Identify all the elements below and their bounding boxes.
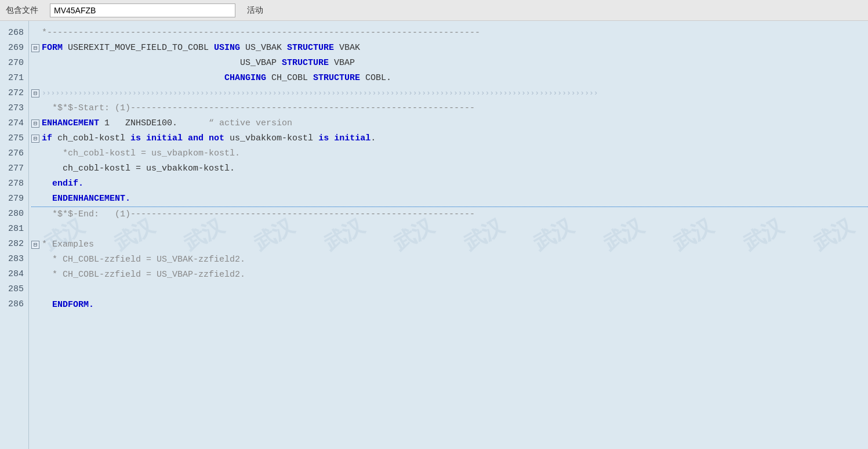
keyword-endform: ENDFORM. — [42, 298, 94, 313]
keyword-endif: endif. — [42, 176, 83, 191]
table-row — [31, 283, 868, 298]
keyword-is: is initial — [130, 131, 183, 146]
code-text: ch_cobl-kostl — [52, 131, 130, 146]
code-text: US_VBAK — [240, 41, 287, 56]
line-number: 273 — [0, 101, 28, 116]
table-row: ⊟FORM USEREXIT_MOVE_FIELD_TO_COBL USING … — [31, 41, 868, 56]
file-input[interactable] — [50, 3, 235, 17]
code-area: 武汉 武汉 武汉 武汉 武汉 武汉 武汉 武汉 武汉 武汉 武汉 武汉 *---… — [29, 21, 868, 449]
code-text — [42, 71, 224, 86]
table-row: ⊟* Examples — [31, 237, 868, 252]
line-number: 280 — [0, 207, 28, 222]
table-row: US_VBAP STRUCTURE VBAP — [31, 56, 868, 71]
keyword-not: not — [209, 131, 224, 146]
comment-code-text: * CH_COBL-zzfield = US_VBAK-zzfield2. — [42, 252, 245, 267]
code-text: US_VBAP — [42, 56, 282, 71]
expand-icon[interactable]: ⊟ — [31, 135, 39, 143]
comment-code-text: *ch_cobl-kostl = us_vbapkom-kostl. — [42, 146, 240, 161]
table-row: ⊟ENHANCEMENT 1 ZNHSDE100. “ active versi… — [31, 116, 868, 131]
table-row: * CH_COBL-zzfield = US_VBAK-zzfield2. — [31, 252, 868, 267]
keyword-changing: CHANGING — [224, 71, 266, 86]
line-number: 269 — [0, 41, 28, 56]
line-number: 286 — [0, 297, 28, 312]
toolbar: 包含文件 活动 — [0, 0, 868, 21]
line-number: 285 — [0, 282, 28, 297]
line-number: 282 — [0, 237, 28, 252]
status-label: 活动 — [247, 5, 263, 16]
line-number: 275 — [0, 131, 28, 146]
keyword-structure: STRUCTURE — [287, 41, 334, 56]
keyword-structure: STRUCTURE — [282, 56, 329, 71]
expand-icon[interactable]: ⊟ — [31, 89, 39, 97]
table-row: ENDENHANCEMENT. — [31, 191, 868, 207]
table-row: ENDFORM. — [31, 298, 868, 313]
table-row — [31, 222, 868, 237]
table-row: ⊟if ch_cobl-kostl is initial and not us_… — [31, 131, 868, 146]
line-number: 276 — [0, 146, 28, 161]
expand-icon[interactable]: ⊟ — [31, 241, 39, 249]
table-row: ch_cobl-kostl = us_vbakkom-kostl. — [31, 161, 868, 176]
table-row: *$*$-End: (1)---------------------------… — [31, 207, 868, 222]
code-text2: us_vbakkom-kostl — [224, 131, 318, 146]
code-text3: . — [371, 131, 376, 146]
table-row: * CH_COBL-zzfield = US_VBAP-zzfield2. — [31, 267, 868, 283]
keyword-endenhancement: ENDENHANCEMENT. — [42, 191, 130, 207]
line-number: 271 — [0, 71, 28, 86]
keyword-and: and — [183, 131, 209, 146]
code-text: ch_cobl-kostl = us_vbakkom-kostl. — [42, 161, 235, 176]
code-text: *---------------------------------------… — [42, 26, 480, 41]
code-text: 1 ZNHSDE100. — [99, 116, 209, 131]
line-number: 281 — [0, 222, 28, 237]
keyword-is2: is initial — [318, 131, 371, 146]
code-text: COBL. — [360, 71, 391, 86]
table-row: CHANGING CH_COBL STRUCTURE COBL. — [31, 71, 868, 86]
line-number: 279 — [0, 191, 28, 207]
code-text: VBAP — [329, 56, 355, 71]
keyword-form: FORM — [42, 41, 63, 56]
keyword-structure2: STRUCTURE — [313, 71, 360, 86]
editor-container: 2682692702712722732742752762772782792802… — [0, 21, 868, 449]
file-label: 包含文件 — [6, 5, 38, 16]
comment-text: *$*$-End: (1)---------------------------… — [42, 207, 475, 222]
comment-code-text: * CH_COBL-zzfield = US_VBAP-zzfield2. — [42, 267, 245, 283]
table-row: ⊟›››››››››››››››››››››››››››››››››››››››… — [31, 86, 868, 101]
table-row: endif. — [31, 176, 868, 191]
line-number: 268 — [0, 26, 28, 41]
table-row: *$*$-Start: (1)-------------------------… — [31, 101, 868, 116]
line-number: 270 — [0, 56, 28, 71]
line-number: 274 — [0, 116, 28, 131]
expand-icon[interactable]: ⊟ — [31, 120, 39, 128]
line-numbers-column: 2682692702712722732742752762772782792802… — [0, 21, 29, 449]
arrow-line-text: ››››››››››››››››››››››››››››››››››››››››… — [42, 86, 598, 101]
code-text: CH_COBL — [266, 71, 313, 86]
table-row: *---------------------------------------… — [31, 26, 868, 41]
comment-quote: “ active version — [209, 116, 292, 131]
code-text: VBAK — [334, 41, 360, 56]
table-row: *ch_cobl-kostl = us_vbapkom-kostl. — [31, 146, 868, 161]
line-number: 284 — [0, 267, 28, 282]
line-number: 283 — [0, 252, 28, 267]
keyword-enhancement: ENHANCEMENT — [42, 116, 99, 131]
line-number: 278 — [0, 176, 28, 191]
line-number: 277 — [0, 161, 28, 176]
code-text: USEREXIT_MOVE_FIELD_TO_COBL — [63, 41, 214, 56]
expand-icon[interactable]: ⊟ — [31, 44, 39, 52]
comment-text: *$*$-Start: (1)-------------------------… — [42, 101, 475, 116]
keyword-using: USING — [214, 41, 240, 56]
line-number: 272 — [0, 86, 28, 101]
comment-text: * Examples — [42, 237, 94, 252]
keyword-if: if — [42, 131, 52, 146]
